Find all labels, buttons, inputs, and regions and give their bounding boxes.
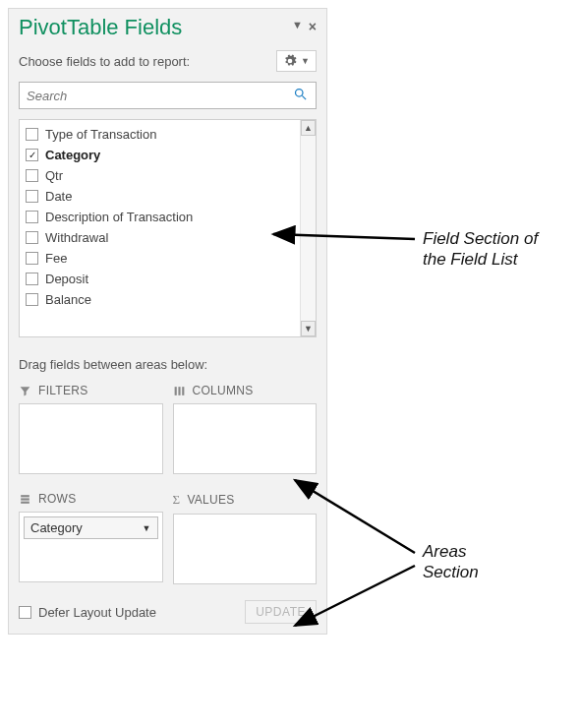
svg-rect-6 (21, 498, 29, 500)
field-label: Description of Transaction (45, 210, 193, 224)
annotation-areas-section: Areas Section (423, 541, 479, 583)
checkbox-icon (26, 128, 38, 141)
rows-dropzone[interactable]: Category ▼ (19, 512, 163, 582)
columns-dropzone[interactable] (173, 403, 318, 474)
columns-icon (173, 385, 186, 397)
field-label: Deposit (45, 272, 88, 286)
svg-rect-7 (21, 501, 29, 503)
field-item[interactable]: Balance (26, 289, 294, 310)
field-label: Withdrawal (45, 230, 108, 245)
search-input[interactable] (20, 84, 285, 108)
columns-header: COLUMNS (173, 384, 318, 397)
scroll-down-button[interactable]: ▼ (301, 321, 316, 336)
tools-button[interactable]: ▼ (276, 50, 317, 72)
search-icon[interactable] (285, 83, 316, 108)
filters-label: FILTERS (38, 384, 88, 397)
subtitle-row: Choose fields to add to report: ▼ (19, 50, 317, 72)
columns-area[interactable]: COLUMNS (173, 384, 318, 474)
dropdown-icon[interactable]: ▼ (292, 19, 303, 34)
values-area[interactable]: Σ VALUES (173, 492, 318, 584)
pane-title: PivotTable Fields (19, 15, 182, 40)
field-label: Balance (45, 292, 91, 307)
checkbox-icon: ✓ (26, 149, 38, 161)
checkbox-icon (19, 606, 31, 619)
field-item[interactable]: Deposit (26, 269, 294, 289)
checkbox-icon (26, 231, 38, 244)
defer-label: Defer Layout Update (38, 605, 156, 620)
rows-icon (19, 493, 31, 506)
field-item[interactable]: Withdrawal (26, 227, 294, 248)
field-label: Fee (45, 251, 67, 266)
filters-header: FILTERS (19, 384, 163, 397)
svg-line-1 (302, 95, 306, 99)
field-item[interactable]: Description of Transaction (26, 207, 294, 227)
field-item[interactable]: Date (26, 186, 294, 207)
rows-header: ROWS (19, 492, 163, 506)
svg-rect-3 (178, 387, 180, 395)
funnel-icon (19, 385, 31, 397)
gear-icon (283, 54, 297, 68)
rows-item-label: Category (30, 520, 83, 535)
field-label: Category (45, 148, 100, 162)
scrollbar[interactable]: ▲ ▼ (300, 120, 316, 336)
scroll-up-button[interactable]: ▲ (301, 120, 316, 136)
defer-layout-checkbox[interactable]: Defer Layout Update (19, 605, 156, 620)
field-items: Type of Transaction✓CategoryQtrDateDescr… (20, 120, 300, 336)
field-label: Type of Transaction (45, 127, 156, 142)
rows-label: ROWS (38, 492, 77, 506)
svg-rect-4 (182, 387, 184, 395)
svg-rect-2 (174, 387, 176, 395)
field-label: Date (45, 189, 72, 204)
values-dropzone[interactable] (173, 514, 318, 584)
field-item[interactable]: Qtr (26, 165, 294, 186)
columns-label: COLUMNS (193, 384, 254, 397)
values-label: VALUES (187, 493, 234, 507)
pane-window-controls: ▼ × (292, 19, 317, 34)
chevron-down-icon: ▼ (301, 56, 310, 66)
svg-rect-5 (21, 495, 29, 497)
filters-dropzone[interactable] (19, 403, 163, 474)
footer-row: Defer Layout Update UPDATE (19, 600, 317, 624)
pivottable-fields-pane: PivotTable Fields ▼ × Choose fields to a… (8, 8, 327, 635)
close-icon[interactable]: × (309, 19, 317, 34)
update-button[interactable]: UPDATE (245, 600, 317, 624)
drag-hint-label: Drag fields between areas below: (19, 357, 317, 372)
areas-section: FILTERS COLUMNS ROWS Category (19, 384, 317, 584)
checkbox-icon (26, 293, 38, 306)
checkbox-icon (26, 190, 38, 203)
svg-point-0 (296, 90, 304, 97)
field-item[interactable]: ✓Category (26, 145, 294, 165)
checkbox-icon (26, 211, 38, 223)
pane-header: PivotTable Fields ▼ × (19, 17, 317, 40)
subtitle-label: Choose fields to add to report: (19, 54, 190, 69)
values-header: Σ VALUES (173, 492, 318, 508)
field-item[interactable]: Type of Transaction (26, 124, 294, 145)
filters-area[interactable]: FILTERS (19, 384, 163, 474)
chevron-down-icon: ▼ (143, 523, 151, 533)
checkbox-icon (26, 252, 38, 265)
field-item[interactable]: Fee (26, 248, 294, 269)
field-label: Qtr (45, 168, 63, 183)
sigma-icon: Σ (173, 492, 181, 508)
search-box[interactable] (19, 82, 317, 109)
checkbox-icon (26, 273, 38, 285)
field-list: Type of Transaction✓CategoryQtrDateDescr… (19, 119, 317, 337)
rows-item-category[interactable]: Category ▼ (24, 516, 158, 539)
annotation-field-section: Field Section of the Field List (423, 228, 538, 271)
checkbox-icon (26, 169, 38, 182)
rows-area[interactable]: ROWS Category ▼ (19, 492, 163, 584)
